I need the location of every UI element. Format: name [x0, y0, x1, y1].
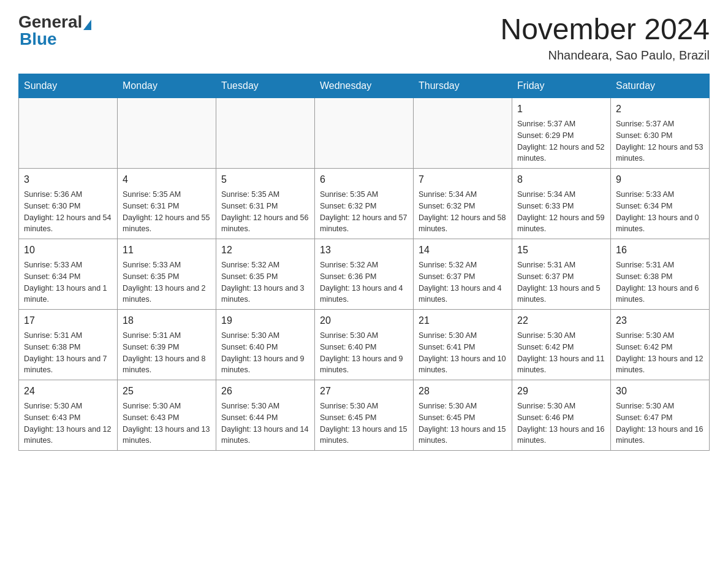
day-info: Sunrise: 5:34 AM Sunset: 6:33 PM Dayligh… [517, 189, 605, 235]
day-number: 12 [221, 243, 309, 258]
day-number: 8 [517, 172, 605, 187]
calendar-cell: 26Sunrise: 5:30 AM Sunset: 6:44 PM Dayli… [216, 380, 315, 451]
day-number: 24 [24, 384, 112, 399]
day-number: 6 [320, 172, 408, 187]
day-number: 9 [616, 172, 704, 187]
calendar-cell: 30Sunrise: 5:30 AM Sunset: 6:47 PM Dayli… [611, 380, 710, 451]
day-number: 27 [320, 384, 408, 399]
calendar-cell: 12Sunrise: 5:32 AM Sunset: 6:35 PM Dayli… [216, 239, 315, 310]
day-number: 20 [320, 313, 408, 328]
day-info: Sunrise: 5:30 AM Sunset: 6:41 PM Dayligh… [419, 330, 507, 376]
calendar-week-5: 24Sunrise: 5:30 AM Sunset: 6:43 PM Dayli… [19, 380, 710, 451]
day-info: Sunrise: 5:37 AM Sunset: 6:30 PM Dayligh… [616, 118, 704, 164]
calendar-location: Nhandeara, Sao Paulo, Brazil [500, 48, 710, 63]
header-thursday: Thursday [414, 74, 512, 98]
calendar-cell: 17Sunrise: 5:31 AM Sunset: 6:38 PM Dayli… [19, 310, 118, 380]
day-info: Sunrise: 5:36 AM Sunset: 6:30 PM Dayligh… [24, 189, 112, 235]
calendar-cell: 27Sunrise: 5:30 AM Sunset: 6:45 PM Dayli… [315, 380, 414, 451]
calendar-cell: 5Sunrise: 5:35 AM Sunset: 6:31 PM Daylig… [216, 169, 315, 239]
weekday-header-row: Sunday Monday Tuesday Wednesday Thursday… [19, 74, 710, 98]
day-number: 29 [517, 384, 605, 399]
calendar-cell: 11Sunrise: 5:33 AM Sunset: 6:35 PM Dayli… [118, 239, 216, 310]
calendar-cell: 9Sunrise: 5:33 AM Sunset: 6:34 PM Daylig… [611, 169, 710, 239]
day-number: 23 [616, 313, 704, 328]
day-info: Sunrise: 5:37 AM Sunset: 6:29 PM Dayligh… [517, 118, 605, 164]
calendar-cell: 19Sunrise: 5:30 AM Sunset: 6:40 PM Dayli… [216, 310, 315, 380]
day-number: 7 [419, 172, 507, 187]
day-info: Sunrise: 5:33 AM Sunset: 6:35 PM Dayligh… [123, 259, 211, 305]
day-number: 22 [517, 313, 605, 328]
day-info: Sunrise: 5:35 AM Sunset: 6:31 PM Dayligh… [123, 189, 211, 235]
calendar-cell: 15Sunrise: 5:31 AM Sunset: 6:37 PM Dayli… [512, 239, 611, 310]
logo-triangle-icon [83, 20, 91, 30]
calendar-cell: 2Sunrise: 5:37 AM Sunset: 6:30 PM Daylig… [611, 98, 710, 169]
day-info: Sunrise: 5:32 AM Sunset: 6:36 PM Dayligh… [320, 259, 408, 305]
calendar-table: Sunday Monday Tuesday Wednesday Thursday… [18, 74, 710, 451]
day-info: Sunrise: 5:32 AM Sunset: 6:35 PM Dayligh… [221, 259, 309, 305]
day-info: Sunrise: 5:34 AM Sunset: 6:32 PM Dayligh… [419, 189, 507, 235]
day-info: Sunrise: 5:30 AM Sunset: 6:42 PM Dayligh… [517, 330, 605, 376]
calendar-body: 1Sunrise: 5:37 AM Sunset: 6:29 PM Daylig… [19, 98, 710, 451]
day-info: Sunrise: 5:30 AM Sunset: 6:43 PM Dayligh… [123, 400, 211, 446]
header-saturday: Saturday [611, 74, 710, 98]
day-number: 5 [221, 172, 309, 187]
calendar-cell [216, 98, 315, 169]
day-number: 4 [123, 172, 211, 187]
calendar-cell [414, 98, 512, 169]
day-number: 18 [123, 313, 211, 328]
calendar-cell: 21Sunrise: 5:30 AM Sunset: 6:41 PM Dayli… [414, 310, 512, 380]
calendar-cell: 25Sunrise: 5:30 AM Sunset: 6:43 PM Dayli… [118, 380, 216, 451]
day-number: 16 [616, 243, 704, 258]
day-number: 14 [419, 243, 507, 258]
calendar-cell: 14Sunrise: 5:32 AM Sunset: 6:37 PM Dayli… [414, 239, 512, 310]
calendar-cell [118, 98, 216, 169]
day-info: Sunrise: 5:32 AM Sunset: 6:37 PM Dayligh… [419, 259, 507, 305]
calendar-cell: 18Sunrise: 5:31 AM Sunset: 6:39 PM Dayli… [118, 310, 216, 380]
day-info: Sunrise: 5:31 AM Sunset: 6:38 PM Dayligh… [24, 330, 112, 376]
calendar-cell: 3Sunrise: 5:36 AM Sunset: 6:30 PM Daylig… [19, 169, 118, 239]
header-friday: Friday [512, 74, 611, 98]
calendar-cell: 6Sunrise: 5:35 AM Sunset: 6:32 PM Daylig… [315, 169, 414, 239]
day-number: 13 [320, 243, 408, 258]
day-number: 17 [24, 313, 112, 328]
calendar-cell: 13Sunrise: 5:32 AM Sunset: 6:36 PM Dayli… [315, 239, 414, 310]
calendar-cell: 1Sunrise: 5:37 AM Sunset: 6:29 PM Daylig… [512, 98, 611, 169]
day-info: Sunrise: 5:30 AM Sunset: 6:40 PM Dayligh… [320, 330, 408, 376]
day-info: Sunrise: 5:35 AM Sunset: 6:32 PM Dayligh… [320, 189, 408, 235]
day-info: Sunrise: 5:31 AM Sunset: 6:38 PM Dayligh… [616, 259, 704, 305]
day-number: 21 [419, 313, 507, 328]
logo-area: General Blue [18, 12, 93, 49]
header-wednesday: Wednesday [315, 74, 414, 98]
calendar-cell: 20Sunrise: 5:30 AM Sunset: 6:40 PM Dayli… [315, 310, 414, 380]
header-sunday: Sunday [19, 74, 118, 98]
day-info: Sunrise: 5:30 AM Sunset: 6:43 PM Dayligh… [24, 400, 112, 446]
calendar-week-2: 3Sunrise: 5:36 AM Sunset: 6:30 PM Daylig… [19, 169, 710, 239]
calendar-week-4: 17Sunrise: 5:31 AM Sunset: 6:38 PM Dayli… [19, 310, 710, 380]
day-number: 11 [123, 243, 211, 258]
calendar-cell: 29Sunrise: 5:30 AM Sunset: 6:46 PM Dayli… [512, 380, 611, 451]
calendar-cell: 28Sunrise: 5:30 AM Sunset: 6:45 PM Dayli… [414, 380, 512, 451]
day-info: Sunrise: 5:33 AM Sunset: 6:34 PM Dayligh… [616, 189, 704, 235]
calendar-cell: 24Sunrise: 5:30 AM Sunset: 6:43 PM Dayli… [19, 380, 118, 451]
calendar-cell [315, 98, 414, 169]
day-info: Sunrise: 5:30 AM Sunset: 6:40 PM Dayligh… [221, 330, 309, 376]
calendar-cell: 23Sunrise: 5:30 AM Sunset: 6:42 PM Dayli… [611, 310, 710, 380]
day-info: Sunrise: 5:30 AM Sunset: 6:45 PM Dayligh… [419, 400, 507, 446]
day-number: 15 [517, 243, 605, 258]
header-area: General Blue November 2024 Nhandeara, Sa… [18, 12, 710, 63]
day-number: 30 [616, 384, 704, 399]
title-area: November 2024 Nhandeara, Sao Paulo, Braz… [500, 12, 710, 63]
day-info: Sunrise: 5:31 AM Sunset: 6:39 PM Dayligh… [123, 330, 211, 376]
day-number: 1 [517, 102, 605, 117]
day-number: 26 [221, 384, 309, 399]
header-tuesday: Tuesday [216, 74, 315, 98]
calendar-cell: 8Sunrise: 5:34 AM Sunset: 6:33 PM Daylig… [512, 169, 611, 239]
day-info: Sunrise: 5:30 AM Sunset: 6:42 PM Dayligh… [616, 330, 704, 376]
day-info: Sunrise: 5:30 AM Sunset: 6:47 PM Dayligh… [616, 400, 704, 446]
day-info: Sunrise: 5:33 AM Sunset: 6:34 PM Dayligh… [24, 259, 112, 305]
calendar-week-1: 1Sunrise: 5:37 AM Sunset: 6:29 PM Daylig… [19, 98, 710, 169]
calendar-title: November 2024 [500, 12, 710, 46]
calendar-week-3: 10Sunrise: 5:33 AM Sunset: 6:34 PM Dayli… [19, 239, 710, 310]
calendar-cell: 16Sunrise: 5:31 AM Sunset: 6:38 PM Dayli… [611, 239, 710, 310]
day-info: Sunrise: 5:31 AM Sunset: 6:37 PM Dayligh… [517, 259, 605, 305]
